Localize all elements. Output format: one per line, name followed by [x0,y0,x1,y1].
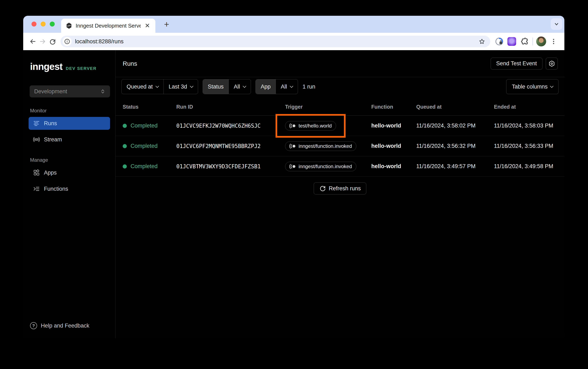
run-status: Completed [130,123,158,129]
column-header-trigger: Trigger [285,104,371,110]
chevron-up-down-icon [100,89,105,94]
column-header-queued-at: Queued at [416,104,494,110]
event-trigger-icon [289,123,296,128]
page-header: Runs Send Test Event [116,50,564,77]
profile-avatar[interactable] [536,36,547,47]
sidebar-item-label: Runs [44,120,57,127]
run-id: 01JCVBTMV3WXY9D3CFDEJFZSB1 [176,163,285,170]
back-button[interactable] [28,37,38,46]
trigger-pill[interactable]: inngest/function.invoked [285,141,356,151]
sidebar-item-label: Stream [44,136,62,143]
sidebar-item-label: Functions [44,186,68,192]
browser-toolbar: localhost:8288/runs [23,33,564,50]
time-field-label: Queued at [127,83,153,90]
trigger-name: inngest/function.invoked [299,164,352,169]
trigger-name: inngest/function.invoked [299,143,352,149]
trigger-pill[interactable]: test/hello.world [285,121,336,131]
app-filter-label: App [256,79,276,94]
extensions-puzzle-icon[interactable] [519,36,529,47]
column-header-run-id: Run ID [176,104,285,110]
sidebar-section-manage: Manage [30,157,115,163]
page-title: Runs [123,60,137,67]
sidebar-item-apps[interactable]: Apps [29,166,110,179]
table-columns-label: Table columns [512,83,548,90]
sidebar-item-runs[interactable]: Runs [29,117,110,130]
kebab-menu-icon [550,38,557,45]
reload-icon [49,38,56,45]
table-columns-button[interactable]: Table columns [506,79,558,94]
column-header-function: Function [371,104,416,110]
runs-list-icon [33,120,40,127]
site-info-icon[interactable] [63,37,72,46]
forward-button[interactable] [38,37,48,46]
tab-search-button[interactable] [551,18,562,30]
refresh-runs-button[interactable]: Refresh runs [314,183,367,195]
browser-window: Inngest Development Server ✕ + [23,16,564,338]
chevron-down-icon [243,84,246,88]
ended-at-time: 11/16/2024, 3:58:03 PM [494,123,557,129]
run-id: 01JCVC9EFKJ2W70WQHC6ZH6SJC [176,123,285,129]
new-tab-button[interactable]: + [162,20,171,30]
chevron-down-icon [190,84,193,88]
apps-icon [33,169,40,176]
dev-server-badge: DEV SERVER [66,66,97,71]
function-name: hello-world [371,123,416,129]
send-test-event-button[interactable]: Send Test Event [491,58,542,70]
reload-button[interactable] [48,37,58,46]
column-header-ended-at: Ended at [494,104,557,110]
ended-at-time: 11/16/2024, 3:56:33 PM [494,143,557,149]
refresh-icon [319,185,326,192]
inngest-favicon-icon [66,22,72,29]
table-row[interactable]: Completed 01JCVC6PF2MQNMTWE95BBRZPJ2 inn… [116,136,564,156]
browser-menu-button[interactable] [548,36,559,47]
run-status: Completed [130,163,158,170]
minimize-window-button[interactable] [41,21,46,27]
status-filter-dropdown[interactable]: All [229,79,251,94]
bookmark-star-icon[interactable] [478,38,485,45]
functions-icon [33,185,40,192]
queued-at-time: 11/16/2024, 3:56:32 PM [416,143,494,149]
table-row[interactable]: Completed 01JCVC9EFKJ2W70WQHC6ZH6SJC tes… [116,116,564,136]
run-status: Completed [130,143,158,149]
time-filter-group: Queued at Last 3d [121,79,198,94]
filter-bar: Queued at Last 3d Status All [116,77,564,98]
refresh-runs-label: Refresh runs [329,185,361,192]
help-label: Help and Feedback [41,323,89,329]
sidebar-item-label: Apps [44,170,57,176]
environment-selector[interactable]: Development [30,85,110,97]
status-dot [123,144,127,148]
close-window-button[interactable] [31,21,37,27]
trigger-name: test/hello.world [299,123,332,129]
trigger-pill[interactable]: inngest/function.invoked [285,162,356,171]
tab-close-icon[interactable]: ✕ [144,23,151,29]
queued-at-time: 11/16/2024, 3:49:57 PM [416,163,494,170]
table-row[interactable]: Completed 01JCVBTMV3WXY9D3CFDEJFZSB1 inn… [116,156,564,177]
run-count: 1 run [302,83,315,90]
app-filter-dropdown[interactable]: All [276,79,298,94]
desktop-background: Inngest Development Server ✕ + [0,0,588,369]
settings-gear-icon [548,60,555,67]
sidebar: inngest DEV SERVER Development Monitor R… [23,50,116,338]
dev-server-settings-button[interactable] [546,58,558,70]
sidebar-item-functions[interactable]: Functions [29,183,110,195]
sidebar-item-stream[interactable]: Stream [29,133,110,146]
browser-tab[interactable]: Inngest Development Server ✕ [61,19,155,33]
main-content: Runs Send Test Event Queued at [116,50,564,338]
password-manager-icon[interactable] [494,36,505,47]
forward-icon [39,38,46,45]
stream-icon [33,136,40,143]
help-and-feedback[interactable]: ? Help and Feedback [30,322,89,329]
column-header-status: Status [123,104,176,110]
address-bar[interactable]: localhost:8288/runs [60,36,490,47]
maximize-window-button[interactable] [50,21,55,27]
time-field-dropdown[interactable]: Queued at [122,79,163,94]
help-icon: ? [30,322,37,329]
time-range-dropdown[interactable]: Last 3d [163,79,198,94]
inngest-logo: inngest DEV SERVER [30,61,115,72]
browser-extension-icon[interactable] [506,36,517,47]
environment-selector-value: Development [34,88,67,95]
chevron-down-icon [290,84,293,88]
time-range-label: Last 3d [169,83,187,90]
ended-at-time: 11/16/2024, 3:49:58 PM [494,163,557,170]
status-dot [123,124,127,128]
